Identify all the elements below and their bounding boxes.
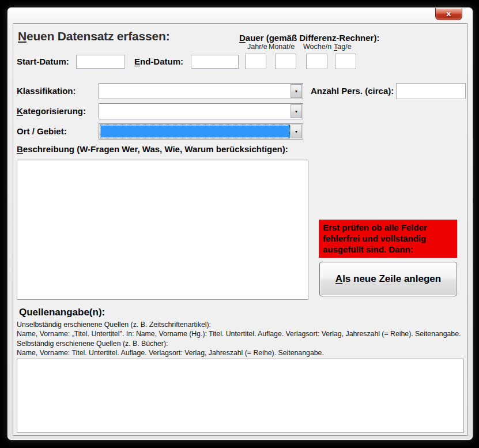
validation-notice-line: ausgefüllt sind. Dann: (323, 244, 453, 255)
woche-input[interactable] (306, 54, 327, 69)
validation-notice-line: Erst prüfen ob alle Felder (323, 222, 453, 233)
jahr-input[interactable] (245, 54, 266, 69)
kategorisierung-label: Kategorisierung: (17, 106, 86, 116)
kategorisierung-combobox-value (100, 104, 290, 118)
klassifikation-label: Klassifikation: (17, 86, 76, 96)
end-datum-label: End-Datum: (134, 57, 183, 66)
woche-label: Woche/n (303, 43, 331, 51)
close-button[interactable]: x (435, 8, 462, 20)
form-area: Neuen Datensatz erfassen: Dauer (gemäß D… (13, 23, 467, 436)
monat-label: Monat/e (269, 43, 295, 51)
dialog-window: x Neuen Datensatz erfassen: Dauer (gemäß… (7, 7, 473, 440)
ort-gebiet-dropdown-button[interactable]: ▼ (291, 125, 302, 138)
duration-section-label: Dauer (gemäß Differenz-Rechner): (239, 33, 379, 43)
jahr-label: Jahr/e (247, 43, 267, 51)
source-format-line: Name, Vorname: „Titel. Untertitel". In: … (17, 329, 466, 338)
start-datum-label: Start-Datum: (17, 57, 69, 66)
klassifikation-combobox[interactable]: ▼ (99, 83, 303, 99)
page-title: Neuen Datensatz erfassen: (18, 29, 169, 43)
title-bar[interactable]: x (7, 7, 473, 22)
source-format-line: Unselbständig erschienene Quellen (z. B.… (17, 320, 466, 329)
validation-notice-line: fehlerfrei und vollständig (323, 233, 453, 244)
ort-gebiet-combobox[interactable]: ▼ (99, 123, 303, 140)
source-format-line: Name, Vorname: Titel. Untertitel. Auflag… (17, 348, 466, 357)
end-datum-input[interactable] (191, 55, 239, 69)
beschreibung-label: Beschreibung (W-Fragen Wer, Was, Wie, Wa… (17, 144, 288, 154)
anzahl-pers-input[interactable] (396, 83, 466, 99)
add-row-button[interactable]: Als neue Zeile anlegen (319, 262, 457, 296)
kategorisierung-dropdown-button[interactable]: ▼ (291, 104, 302, 118)
quellenangabe-heading: Quellenangabe(n): (19, 307, 105, 318)
source-format-help: Unselbständig erschienene Quellen (z. B.… (17, 320, 466, 357)
chevron-down-icon: ▼ (295, 110, 299, 114)
close-icon: x (446, 10, 451, 17)
start-datum-input[interactable] (76, 55, 125, 69)
monat-input[interactable] (275, 54, 296, 69)
ort-gebiet-label: Ort / Gebiet: (17, 126, 67, 136)
chevron-down-icon: ▼ (295, 130, 299, 134)
ort-gebiet-combobox-value (100, 125, 290, 138)
validation-notice: Erst prüfen ob alle Felder fehlerfrei un… (319, 220, 457, 258)
source-format-line: Selbständig erschienene Quellen (z. B. B… (17, 339, 466, 348)
tag-label: Tag/e (334, 43, 352, 51)
anzahl-pers-label: Anzahl Pers. (circa): (311, 86, 394, 96)
chevron-down-icon: ▼ (295, 89, 299, 93)
beschreibung-textarea[interactable] (17, 160, 308, 300)
quellenangabe-textarea[interactable] (17, 359, 464, 433)
klassifikation-combobox-value (100, 84, 290, 98)
kategorisierung-combobox[interactable]: ▼ (99, 103, 303, 119)
klassifikation-dropdown-button[interactable]: ▼ (291, 84, 302, 98)
tag-input[interactable] (335, 54, 356, 69)
